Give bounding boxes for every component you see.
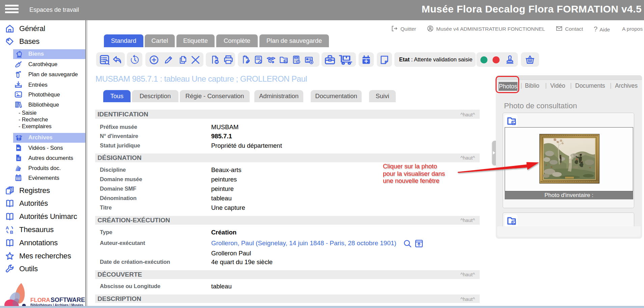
svg-text:SOFTWARE: SOFTWARE <box>51 297 85 303</box>
svg-text:$: $ <box>298 61 299 63</box>
svg-text:FLORA: FLORA <box>30 297 50 303</box>
svg-text:B: B <box>10 230 13 234</box>
svg-text:A: A <box>6 225 9 230</box>
